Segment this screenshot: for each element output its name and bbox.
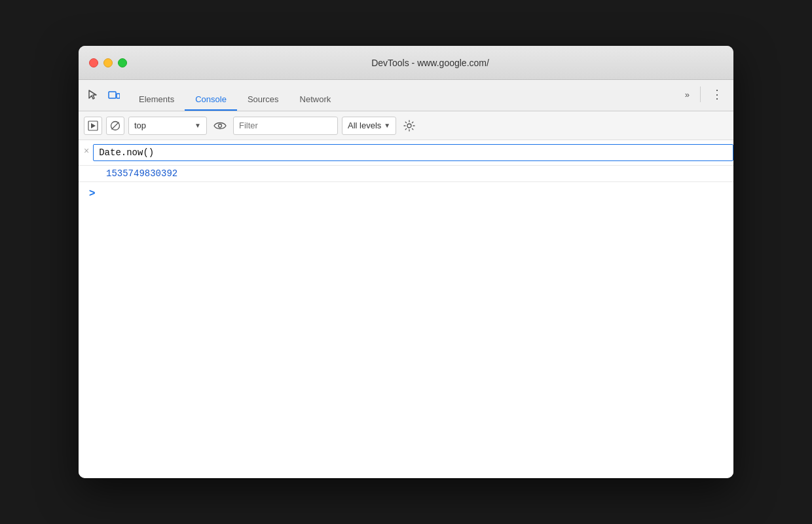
svg-line-6 xyxy=(112,122,119,129)
inspect-icon-button[interactable] xyxy=(84,86,102,104)
context-selector[interactable]: top ▼ xyxy=(128,117,207,135)
levels-value: All levels xyxy=(348,121,381,130)
console-command-row: × xyxy=(79,140,733,166)
close-button[interactable] xyxy=(89,58,98,67)
tab-bar: Elements Console Sources Network » ⋮ xyxy=(79,80,733,111)
levels-selector[interactable]: All levels ▼ xyxy=(342,117,396,135)
svg-point-8 xyxy=(407,124,411,128)
console-input[interactable] xyxy=(93,144,733,161)
svg-marker-4 xyxy=(91,123,96,128)
tab-console[interactable]: Console xyxy=(185,89,237,111)
minimize-button[interactable] xyxy=(103,58,113,67)
window-title: DevTools - www.google.com/ xyxy=(138,58,723,68)
console-result-value: 1535749830392 xyxy=(106,168,177,179)
stop-button[interactable] xyxy=(106,117,124,135)
context-dropdown-arrow: ▼ xyxy=(194,122,201,129)
console-area: × 1535749830392 > xyxy=(79,140,733,478)
eye-button[interactable] xyxy=(211,117,229,135)
settings-button[interactable] xyxy=(400,117,418,135)
levels-dropdown-arrow: ▼ xyxy=(384,122,390,129)
console-toolbar: top ▼ All levels ▼ xyxy=(79,111,733,140)
tabs-container: Elements Console Sources Network xyxy=(128,89,680,111)
svg-rect-2 xyxy=(117,94,120,98)
device-toggle-button[interactable] xyxy=(105,86,123,104)
devtools-window: DevTools - www.google.com/ Elements Cons… xyxy=(79,46,733,478)
console-prompt-row[interactable]: > xyxy=(79,182,733,204)
divider xyxy=(700,86,701,102)
tab-bar-right: » ⋮ xyxy=(680,84,728,111)
svg-marker-0 xyxy=(89,90,96,99)
filter-input[interactable] xyxy=(233,117,338,135)
svg-rect-1 xyxy=(109,92,116,98)
tab-bar-icons xyxy=(84,86,123,111)
run-script-button[interactable] xyxy=(84,117,102,135)
prompt-arrow-icon: > xyxy=(89,187,95,199)
context-value: top xyxy=(134,121,192,130)
clear-entry-button[interactable]: × xyxy=(84,145,89,156)
traffic-lights xyxy=(89,58,127,67)
tab-network[interactable]: Network xyxy=(289,89,342,111)
tab-elements[interactable]: Elements xyxy=(128,89,185,111)
maximize-button[interactable] xyxy=(118,58,127,67)
console-result-row: 1535749830392 xyxy=(79,166,733,182)
more-tabs-button[interactable]: » xyxy=(680,87,695,102)
title-bar: DevTools - www.google.com/ xyxy=(79,46,733,80)
tab-sources[interactable]: Sources xyxy=(237,89,289,111)
devtools-menu-button[interactable]: ⋮ xyxy=(706,84,728,104)
svg-point-7 xyxy=(219,124,222,127)
